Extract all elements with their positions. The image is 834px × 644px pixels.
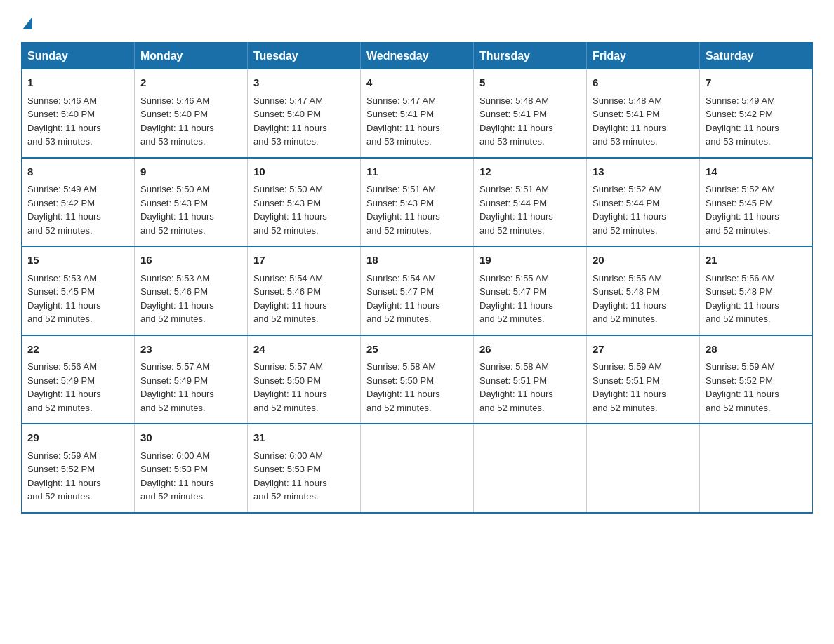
calendar-header-wednesday: Wednesday	[361, 43, 474, 70]
day-number: 3	[253, 75, 355, 91]
day-number: 29	[27, 430, 128, 446]
day-number: 26	[479, 342, 581, 358]
day-info: Sunrise: 5:55 AMSunset: 5:47 PMDaylight:…	[479, 273, 553, 325]
day-number: 14	[706, 164, 807, 180]
calendar-table: SundayMondayTuesdayWednesdayThursdayFrid…	[21, 42, 813, 514]
day-info: Sunrise: 5:52 AMSunset: 5:45 PMDaylight:…	[706, 184, 779, 236]
day-info: Sunrise: 5:57 AMSunset: 5:49 PMDaylight:…	[140, 361, 214, 413]
calendar-header-saturday: Saturday	[700, 43, 813, 70]
day-number: 25	[366, 342, 468, 358]
day-number: 27	[593, 342, 694, 358]
calendar-header-thursday: Thursday	[474, 43, 587, 70]
day-info: Sunrise: 5:54 AMSunset: 5:46 PMDaylight:…	[253, 273, 327, 325]
calendar-header-row: SundayMondayTuesdayWednesdayThursdayFrid…	[22, 43, 813, 70]
calendar-cell	[474, 424, 587, 513]
day-number: 9	[140, 164, 241, 180]
logo-triangle-icon	[22, 17, 32, 29]
calendar-cell: 24Sunrise: 5:57 AMSunset: 5:50 PMDayligh…	[248, 335, 361, 424]
day-number: 4	[366, 75, 468, 91]
calendar-cell: 7Sunrise: 5:49 AMSunset: 5:42 PMDaylight…	[700, 69, 813, 158]
day-info: Sunrise: 5:58 AMSunset: 5:51 PMDaylight:…	[479, 361, 553, 413]
calendar-cell: 3Sunrise: 5:47 AMSunset: 5:40 PMDaylight…	[248, 69, 361, 158]
day-number: 8	[27, 164, 128, 180]
day-info: Sunrise: 5:50 AMSunset: 5:43 PMDaylight:…	[253, 184, 327, 236]
day-number: 1	[27, 75, 128, 91]
day-number: 10	[253, 164, 355, 180]
day-info: Sunrise: 5:59 AMSunset: 5:51 PMDaylight:…	[593, 361, 666, 413]
calendar-header-monday: Monday	[135, 43, 248, 70]
day-number: 21	[706, 253, 807, 269]
calendar-cell: 20Sunrise: 5:55 AMSunset: 5:48 PMDayligh…	[587, 246, 700, 335]
calendar-cell: 23Sunrise: 5:57 AMSunset: 5:49 PMDayligh…	[135, 335, 248, 424]
calendar-cell: 6Sunrise: 5:48 AMSunset: 5:41 PMDaylight…	[587, 69, 700, 158]
day-info: Sunrise: 5:56 AMSunset: 5:49 PMDaylight:…	[27, 361, 101, 413]
calendar-cell	[361, 424, 474, 513]
calendar-cell: 9Sunrise: 5:50 AMSunset: 5:43 PMDaylight…	[135, 158, 248, 247]
calendar-cell: 11Sunrise: 5:51 AMSunset: 5:43 PMDayligh…	[361, 158, 474, 247]
calendar-cell: 31Sunrise: 6:00 AMSunset: 5:53 PMDayligh…	[248, 424, 361, 513]
calendar-week-row: 15Sunrise: 5:53 AMSunset: 5:45 PMDayligh…	[22, 246, 813, 335]
day-number: 17	[253, 253, 355, 269]
calendar-cell: 18Sunrise: 5:54 AMSunset: 5:47 PMDayligh…	[361, 246, 474, 335]
day-number: 23	[140, 342, 241, 358]
day-info: Sunrise: 5:52 AMSunset: 5:44 PMDaylight:…	[593, 184, 666, 236]
calendar-cell: 12Sunrise: 5:51 AMSunset: 5:44 PMDayligh…	[474, 158, 587, 247]
calendar-cell: 27Sunrise: 5:59 AMSunset: 5:51 PMDayligh…	[587, 335, 700, 424]
day-info: Sunrise: 6:00 AMSunset: 5:53 PMDaylight:…	[253, 450, 327, 502]
day-info: Sunrise: 5:49 AMSunset: 5:42 PMDaylight:…	[706, 95, 779, 147]
day-info: Sunrise: 5:57 AMSunset: 5:50 PMDaylight:…	[253, 361, 327, 413]
day-number: 19	[479, 253, 581, 269]
calendar-cell: 30Sunrise: 6:00 AMSunset: 5:53 PMDayligh…	[135, 424, 248, 513]
day-number: 24	[253, 342, 355, 358]
calendar-cell: 15Sunrise: 5:53 AMSunset: 5:45 PMDayligh…	[22, 246, 135, 335]
day-info: Sunrise: 5:58 AMSunset: 5:50 PMDaylight:…	[366, 361, 440, 413]
day-info: Sunrise: 5:46 AMSunset: 5:40 PMDaylight:…	[27, 95, 101, 147]
calendar-header-tuesday: Tuesday	[248, 43, 361, 70]
calendar-cell: 17Sunrise: 5:54 AMSunset: 5:46 PMDayligh…	[248, 246, 361, 335]
calendar-cell: 25Sunrise: 5:58 AMSunset: 5:50 PMDayligh…	[361, 335, 474, 424]
calendar-week-row: 29Sunrise: 5:59 AMSunset: 5:52 PMDayligh…	[22, 424, 813, 513]
day-info: Sunrise: 5:53 AMSunset: 5:46 PMDaylight:…	[140, 273, 214, 325]
calendar-week-row: 8Sunrise: 5:49 AMSunset: 5:42 PMDaylight…	[22, 158, 813, 247]
day-number: 16	[140, 253, 241, 269]
day-info: Sunrise: 5:54 AMSunset: 5:47 PMDaylight:…	[366, 273, 440, 325]
calendar-cell: 22Sunrise: 5:56 AMSunset: 5:49 PMDayligh…	[22, 335, 135, 424]
day-info: Sunrise: 5:59 AMSunset: 5:52 PMDaylight:…	[706, 361, 779, 413]
page-header	[21, 14, 813, 28]
day-number: 7	[706, 75, 807, 91]
calendar-cell: 10Sunrise: 5:50 AMSunset: 5:43 PMDayligh…	[248, 158, 361, 247]
calendar-cell: 5Sunrise: 5:48 AMSunset: 5:41 PMDaylight…	[474, 69, 587, 158]
day-number: 18	[366, 253, 468, 269]
day-info: Sunrise: 5:48 AMSunset: 5:41 PMDaylight:…	[479, 95, 553, 147]
day-info: Sunrise: 5:59 AMSunset: 5:52 PMDaylight:…	[27, 450, 101, 502]
day-number: 2	[140, 75, 241, 91]
calendar-cell: 4Sunrise: 5:47 AMSunset: 5:41 PMDaylight…	[361, 69, 474, 158]
calendar-week-row: 22Sunrise: 5:56 AMSunset: 5:49 PMDayligh…	[22, 335, 813, 424]
calendar-week-row: 1Sunrise: 5:46 AMSunset: 5:40 PMDaylight…	[22, 69, 813, 158]
calendar-cell: 28Sunrise: 5:59 AMSunset: 5:52 PMDayligh…	[700, 335, 813, 424]
calendar-header-friday: Friday	[587, 43, 700, 70]
calendar-cell: 8Sunrise: 5:49 AMSunset: 5:42 PMDaylight…	[22, 158, 135, 247]
logo	[21, 14, 32, 28]
day-number: 31	[253, 430, 355, 446]
calendar-header-sunday: Sunday	[22, 43, 135, 70]
calendar-cell: 29Sunrise: 5:59 AMSunset: 5:52 PMDayligh…	[22, 424, 135, 513]
day-info: Sunrise: 6:00 AMSunset: 5:53 PMDaylight:…	[140, 450, 214, 502]
calendar-cell: 2Sunrise: 5:46 AMSunset: 5:40 PMDaylight…	[135, 69, 248, 158]
day-info: Sunrise: 5:50 AMSunset: 5:43 PMDaylight:…	[140, 184, 214, 236]
calendar-cell: 16Sunrise: 5:53 AMSunset: 5:46 PMDayligh…	[135, 246, 248, 335]
day-number: 13	[593, 164, 694, 180]
day-info: Sunrise: 5:47 AMSunset: 5:41 PMDaylight:…	[366, 95, 440, 147]
day-info: Sunrise: 5:55 AMSunset: 5:48 PMDaylight:…	[593, 273, 666, 325]
calendar-cell: 21Sunrise: 5:56 AMSunset: 5:48 PMDayligh…	[700, 246, 813, 335]
day-number: 6	[593, 75, 694, 91]
day-info: Sunrise: 5:53 AMSunset: 5:45 PMDaylight:…	[27, 273, 101, 325]
day-number: 28	[706, 342, 807, 358]
day-info: Sunrise: 5:47 AMSunset: 5:40 PMDaylight:…	[253, 95, 327, 147]
day-info: Sunrise: 5:49 AMSunset: 5:42 PMDaylight:…	[27, 184, 101, 236]
day-number: 22	[27, 342, 128, 358]
day-info: Sunrise: 5:56 AMSunset: 5:48 PMDaylight:…	[706, 273, 779, 325]
calendar-cell: 14Sunrise: 5:52 AMSunset: 5:45 PMDayligh…	[700, 158, 813, 247]
day-info: Sunrise: 5:46 AMSunset: 5:40 PMDaylight:…	[140, 95, 214, 147]
day-number: 15	[27, 253, 128, 269]
